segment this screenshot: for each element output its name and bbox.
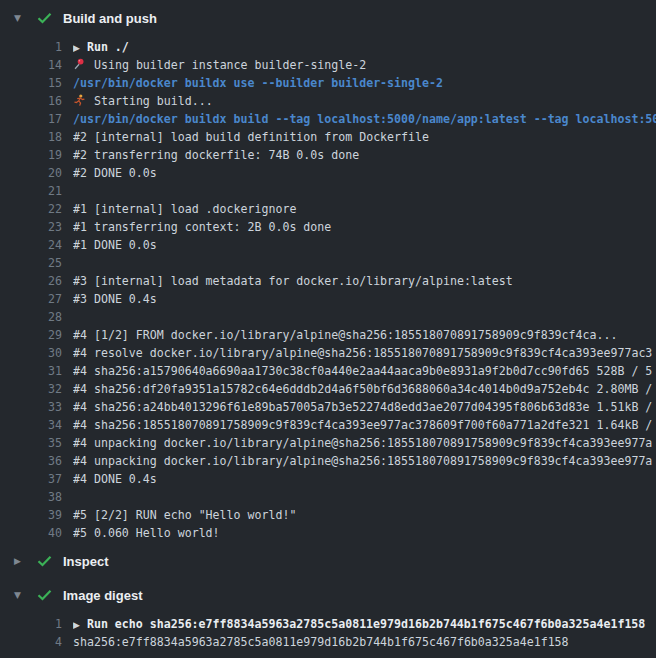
log-line: 15/usr/bin/docker buildx use --builder b…	[0, 74, 656, 92]
line-number[interactable]: 4	[0, 633, 62, 651]
line-number[interactable]: 17	[0, 110, 62, 128]
log-text: #4 unpacking docker.io/library/alpine@sh…	[73, 452, 656, 470]
log-section-image-digest: ▼ Image digest 1▶Run echo sha256:e7ff883…	[0, 586, 656, 651]
log-text: /usr/bin/docker buildx use --builder bui…	[73, 74, 656, 92]
section-title: Build and push	[63, 11, 157, 26]
line-number[interactable]: 18	[0, 128, 62, 146]
log-line: 23#1 transferring context: 2B 0.0s done	[0, 218, 656, 236]
log-text: #1 [internal] load .dockerignore	[73, 200, 656, 218]
log-text: Using builder instance builder-single-2	[73, 56, 656, 74]
log-text: /usr/bin/docker buildx build --tag local…	[73, 110, 656, 128]
section-header-inspect[interactable]: ▶ Inspect	[0, 552, 656, 570]
log-text: #4 sha256:a15790640a6690aa1730c38cf0a440…	[73, 362, 656, 380]
log-text	[73, 488, 656, 506]
log-text	[73, 182, 656, 200]
line-number[interactable]: 22	[0, 200, 62, 218]
log-line: 36#4 unpacking docker.io/library/alpine@…	[0, 452, 656, 470]
log-text: #4 sha256:185518070891758909c9f839cf4ca3…	[73, 416, 656, 434]
line-number[interactable]: 32	[0, 380, 62, 398]
log-lines: 1▶Run ./14Using builder instance builder…	[0, 38, 656, 542]
line-number[interactable]: 26	[0, 272, 62, 290]
log-line: 32#4 sha256:df20fa9351a15782c64e6dddb2d4…	[0, 380, 656, 398]
log-line: 18#2 [internal] load build definition fr…	[0, 128, 656, 146]
line-number[interactable]: 40	[0, 524, 62, 542]
line-number[interactable]: 28	[0, 308, 62, 326]
log-text: Starting build...	[73, 92, 656, 110]
log-line: 14Using builder instance builder-single-…	[0, 56, 656, 74]
log-section-build-and-push: ▼ Build and push 1▶Run ./14Using builder…	[0, 9, 656, 542]
line-number[interactable]: 35	[0, 434, 62, 452]
log-line: 40#5 0.060 Hello world!	[0, 524, 656, 542]
log-line: 27#3 DONE 0.4s	[0, 290, 656, 308]
log-line: 17/usr/bin/docker buildx build --tag loc…	[0, 110, 656, 128]
line-number[interactable]: 33	[0, 398, 62, 416]
line-number[interactable]: 25	[0, 254, 62, 272]
line-number[interactable]: 19	[0, 146, 62, 164]
line-number[interactable]: 38	[0, 488, 62, 506]
log-lines: 1▶Run echo sha256:e7ff8834a5963a2785c5a0…	[0, 615, 656, 651]
log-text	[73, 308, 656, 326]
line-number[interactable]: 1	[0, 38, 62, 56]
expand-run-icon[interactable]: ▶	[73, 43, 80, 53]
check-icon	[37, 589, 52, 601]
line-number[interactable]: 39	[0, 506, 62, 524]
log-text: #2 transferring dockerfile: 74B 0.0s don…	[73, 146, 656, 164]
log-line: 19#2 transferring dockerfile: 74B 0.0s d…	[0, 146, 656, 164]
line-number[interactable]: 24	[0, 236, 62, 254]
line-number[interactable]: 16	[0, 92, 62, 110]
chevron-right-icon[interactable]: ▶	[14, 556, 27, 566]
log-line: 35#4 unpacking docker.io/library/alpine@…	[0, 434, 656, 452]
log-text: #2 DONE 0.0s	[73, 164, 656, 182]
line-number[interactable]: 27	[0, 290, 62, 308]
log-line: 34#4 sha256:185518070891758909c9f839cf4c…	[0, 416, 656, 434]
expand-run-icon[interactable]: ▶	[73, 620, 80, 630]
section-header-image-digest[interactable]: ▼ Image digest	[0, 586, 656, 604]
workflow-log-viewer: ▼ Build and push 1▶Run ./14Using builder…	[0, 0, 656, 651]
log-line: 1▶Run echo sha256:e7ff8834a5963a2785c5a0…	[0, 615, 656, 633]
line-number[interactable]: 23	[0, 218, 62, 236]
line-number[interactable]: 31	[0, 362, 62, 380]
chevron-down-icon[interactable]: ▼	[14, 590, 27, 600]
log-text: #4 DONE 0.4s	[73, 470, 656, 488]
line-number[interactable]: 36	[0, 452, 62, 470]
pushpin-emoji	[73, 58, 86, 70]
section-title: Image digest	[63, 588, 142, 603]
log-text: #4 sha256:df20fa9351a15782c64e6dddb2d4a6…	[73, 380, 656, 398]
line-number[interactable]: 34	[0, 416, 62, 434]
log-line: 24#1 DONE 0.0s	[0, 236, 656, 254]
line-number[interactable]: 1	[0, 615, 62, 633]
runner-emoji	[73, 94, 86, 106]
log-text: #3 [internal] load metadata for docker.i…	[73, 272, 656, 290]
log-line: 1▶Run ./	[0, 38, 656, 56]
line-number[interactable]: 15	[0, 74, 62, 92]
log-line: 26#3 [internal] load metadata for docker…	[0, 272, 656, 290]
line-number[interactable]: 30	[0, 344, 62, 362]
log-line: 39#5 [2/2] RUN echo "Hello world!"	[0, 506, 656, 524]
line-number[interactable]: 14	[0, 56, 62, 74]
line-number[interactable]: 21	[0, 182, 62, 200]
log-text: #1 DONE 0.0s	[73, 236, 656, 254]
log-line: 21	[0, 182, 656, 200]
line-number[interactable]: 20	[0, 164, 62, 182]
check-icon	[37, 555, 52, 567]
log-text: #2 [internal] load build definition from…	[73, 128, 656, 146]
log-line: 16Starting build...	[0, 92, 656, 110]
log-text: #5 [2/2] RUN echo "Hello world!"	[73, 506, 656, 524]
log-line: 31#4 sha256:a15790640a6690aa1730c38cf0a4…	[0, 362, 656, 380]
log-line: 25	[0, 254, 656, 272]
line-number[interactable]: 37	[0, 470, 62, 488]
log-text: #3 DONE 0.4s	[73, 290, 656, 308]
log-text: ▶Run ./	[73, 38, 656, 56]
log-text: ▶Run echo sha256:e7ff8834a5963a2785c5a08…	[73, 615, 656, 633]
log-line: 4sha256:e7ff8834a5963a2785c5a0811e979d16…	[0, 633, 656, 651]
section-header-build-and-push[interactable]: ▼ Build and push	[0, 9, 656, 27]
log-line: 37#4 DONE 0.4s	[0, 470, 656, 488]
section-title: Inspect	[63, 554, 109, 569]
log-text: #4 [1/2] FROM docker.io/library/alpine@s…	[73, 326, 656, 344]
log-text: #4 sha256:a24bb4013296f61e89ba57005a7b3e…	[73, 398, 656, 416]
log-text: #4 unpacking docker.io/library/alpine@sh…	[73, 434, 656, 452]
line-number[interactable]: 29	[0, 326, 62, 344]
chevron-down-icon[interactable]: ▼	[14, 13, 27, 23]
log-line: 20#2 DONE 0.0s	[0, 164, 656, 182]
log-line: 30#4 resolve docker.io/library/alpine@sh…	[0, 344, 656, 362]
